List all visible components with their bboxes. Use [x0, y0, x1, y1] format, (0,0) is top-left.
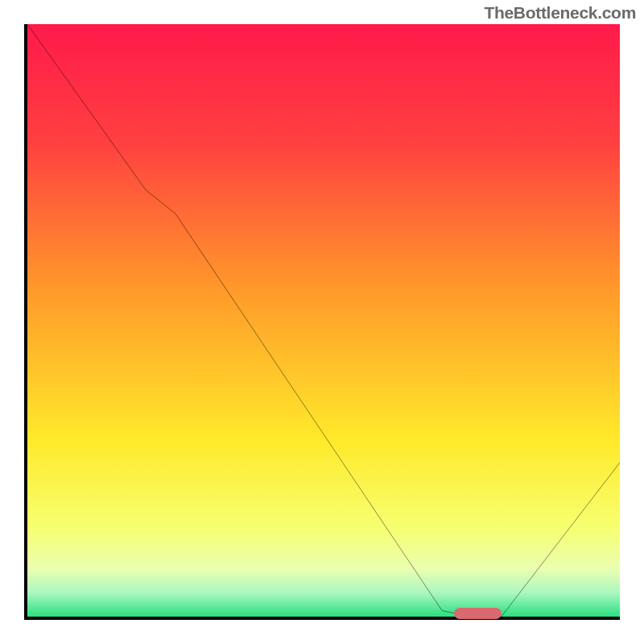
bottleneck-chart: TheBottleneck.com [0, 0, 644, 644]
watermark-text: TheBottleneck.com [484, 3, 636, 23]
bottleneck-curve-line [27, 24, 620, 617]
curve-layer [27, 24, 620, 617]
plot-area [24, 24, 620, 620]
optimum-marker [454, 608, 502, 619]
